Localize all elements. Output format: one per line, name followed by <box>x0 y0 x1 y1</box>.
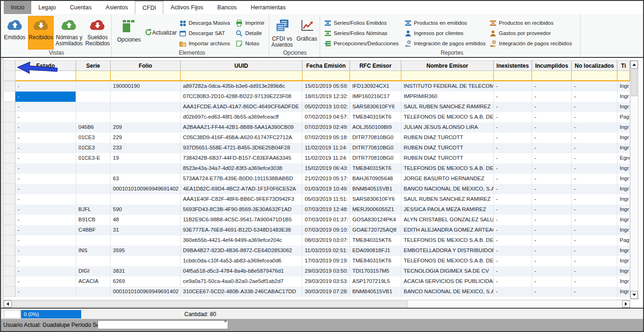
grid-cell-folio[interactable]: 209 <box>111 122 181 133</box>
grid-cell-fecha_emision[interactable]: 17/03/2019 09:19: <box>302 256 350 266</box>
grid-cell-serie[interactable]: INS <box>76 246 111 256</box>
grid-cell-fecha_emision[interactable]: 29/03/2019 03:50: <box>302 266 350 276</box>
filter-cell-nombre_emisor[interactable] <box>401 71 494 81</box>
row-selector[interactable] <box>4 102 15 112</box>
grid-cell-serie[interactable] <box>76 184 111 194</box>
tab-activos-fijos[interactable]: Activos Fijos <box>163 1 210 14</box>
grid-cell-rfc_emisor[interactable]: TDI1703157M5 <box>350 266 401 276</box>
grid-cell-rfc_emisor[interactable]: GOAE720725AQ8 <box>350 225 401 235</box>
grid-cell-no_localizados[interactable]: - <box>572 276 617 287</box>
grid-cell-uuid[interactable]: D9BA4B27-923D-4B36-8872-CE64D2853062 <box>181 246 302 256</box>
series-folios-emitidos-button[interactable]: Series/Folios Emitidos <box>324 18 404 28</box>
row-selector[interactable] <box>4 112 15 122</box>
grid-cell-serie[interactable] <box>76 102 111 112</box>
grid-cell-fecha_emision[interactable]: 15/01/2019 05:59: <box>302 81 350 92</box>
grid-cell-serie[interactable]: DIGI <box>76 266 111 276</box>
grid-cell-fecha_emision[interactable]: 07/03/2019 09:10: <box>302 225 350 235</box>
actualizar-button[interactable]: Actualizar <box>143 16 179 49</box>
grid-cell-incumplidos[interactable]: - <box>532 153 572 163</box>
grid-cell-fecha_emision[interactable]: 07/03/2019 12:48: <box>302 205 350 215</box>
opciones-button[interactable]: Opciones <box>116 16 142 49</box>
grid-cell-incumplidos[interactable]: - <box>532 205 572 215</box>
grid-cell-folio[interactable]: 190000190 <box>111 81 181 92</box>
horizontal-scrollbar[interactable] <box>4 300 630 308</box>
grid-cell-uuid[interactable]: C05C38D9-416F-45BA-A620-61747FC2712A <box>181 133 302 143</box>
grid-cell-estado[interactable]: - <box>15 92 76 102</box>
grid-cell-tipo[interactable]: Ingr <box>617 81 630 92</box>
importar-archivos-button[interactable]: Importar archivos <box>179 38 235 49</box>
filter-cell-rfc_emisor[interactable] <box>350 71 401 81</box>
grid-cell-inexistentes[interactable]: - <box>494 184 532 194</box>
grid-cell-uuid[interactable]: 937D5651-558E-4721-B455-3D6E25B04F28 <box>181 143 302 153</box>
grid-cell-nombre_emisor[interactable]: ALYN CRISTABEL GONZALEZ SALUD <box>401 215 494 225</box>
grid-cell-rfc_emisor[interactable]: DITR770810BG0 <box>350 133 401 143</box>
grid-cell-nombre_emisor[interactable]: JULIAN JESUS ALONSO LIRA <box>401 122 494 133</box>
grid-cell-tipo[interactable]: Ingr <box>617 174 630 184</box>
grid-cell-serie[interactable] <box>76 81 111 92</box>
grid-cell-incumplidos[interactable]: - <box>532 266 572 276</box>
grid-cell-folio[interactable] <box>111 256 181 266</box>
grid-cell-uuid[interactable]: a897282a-0dca-435b-b3e6-dd913e289b8c <box>181 81 302 92</box>
grid-cell-fecha_emision[interactable]: 18/01/2019 12:32: <box>302 92 350 102</box>
grid-cell-inexistentes[interactable]: - <box>494 246 532 256</box>
row-selector[interactable] <box>4 235 15 246</box>
grid-cell-no_localizados[interactable]: - <box>572 153 617 163</box>
grid-cell-tipo[interactable]: Ingr <box>617 92 630 102</box>
grid-cell-uuid[interactable]: A2BAAA21-FF44-42B1-8B88-5AA1A390CB09 <box>181 122 302 133</box>
grid-cell-uuid[interactable]: 7384242B-6B37-44FD-B157-C83EFAA63345 <box>181 153 302 163</box>
grid-cell-tipo[interactable]: Pag <box>617 235 630 246</box>
grid-cell-uuid[interactable]: ce9a0a71-50ca-4aa0-82a0-2ae5df1ab2d7 <box>181 276 302 287</box>
grid-cell-uuid[interactable]: AAA1FCDE-A1AD-41A7-86DC-4649CF6ADFDE <box>181 102 302 112</box>
grid-cell-no_localizados[interactable]: - <box>572 92 617 102</box>
grid-cell-uuid[interactable]: 93E777EA-76E8-4691-B12D-5348D1483E38 <box>181 225 302 235</box>
grid-cell-tipo[interactable]: Ingr <box>617 287 630 297</box>
integracion-pagos-recibidos-button[interactable]: $ Integración de pagos recibidos <box>489 38 578 49</box>
row-selector[interactable] <box>4 287 15 297</box>
grid-cell-inexistentes[interactable]: - <box>494 112 532 122</box>
grid-cell-folio[interactable]: 229 <box>111 133 181 143</box>
grid-cell-nombre_emisor[interactable]: BANCO NACIONAL DE MEXICO, S.A. <box>401 184 494 194</box>
grid-cell-serie[interactable] <box>76 112 111 122</box>
column-header-no_localizados[interactable]: No localizados <box>572 60 617 71</box>
descargar-sat-button[interactable]: Descargar SAT <box>179 28 235 38</box>
grid-cell-incumplidos[interactable]: - <box>532 276 572 287</box>
grid-cell-inexistentes[interactable]: - <box>494 153 532 163</box>
percepciones-deducciones-button[interactable]: Percepciones/Deducciones <box>324 38 404 49</box>
grid-cell-inexistentes[interactable]: - <box>494 133 532 143</box>
grid-cell-nombre_emisor[interactable]: IMPRIMIR360 <box>401 92 494 102</box>
scroll-right-button[interactable] <box>622 300 630 308</box>
row-selector[interactable] <box>4 246 15 256</box>
grid-cell-serie[interactable] <box>76 287 111 297</box>
grid-cell-serie[interactable] <box>76 163 111 174</box>
grid-cell-fecha_emision[interactable]: 30/03/2019 07:28: <box>302 287 350 297</box>
grid-cell-estado[interactable]: - <box>15 143 76 153</box>
periodo-combobox[interactable] <box>98 320 228 329</box>
grid-cell-nombre_emisor[interactable]: SAUL RUBEN SANCHEZ RAMIREZ <box>401 194 494 205</box>
grid-cell-inexistentes[interactable]: - <box>494 102 532 112</box>
grid-cell-estado[interactable]: - <box>15 205 76 215</box>
grid-cell-inexistentes[interactable]: - <box>494 225 532 235</box>
grid-cell-fecha_emision[interactable]: 07/02/2019 04:57: <box>302 112 350 122</box>
grid-cell-tipo[interactable]: Ingr <box>617 102 630 112</box>
grid-cell-tipo[interactable]: Ingr <box>617 133 630 143</box>
grid-cell-serie[interactable]: 01CE3-E <box>76 153 111 163</box>
grid-cell-no_localizados[interactable]: - <box>572 246 617 256</box>
tab-asientos[interactable]: Asientos <box>98 1 135 14</box>
grid-cell-folio[interactable]: 6269 <box>111 276 181 287</box>
productos-recibidos-button[interactable]: Productos en recibidos <box>489 18 578 28</box>
grid-cell-rfc_emisor[interactable]: TME840315KT6 <box>350 163 401 174</box>
grid-cell-nombre_emisor[interactable]: JESSICA PAOLA MEZA RAMIREZ <box>401 205 494 215</box>
grid-cell-nombre_emisor[interactable]: TECNOLOGIA DIGIMEX SA DE CV <box>401 266 494 276</box>
row-selector[interactable] <box>4 256 15 266</box>
grid-cell-rfc_emisor[interactable]: IMP160216C17 <box>350 92 401 102</box>
grid-cell-fecha_emision[interactable]: 29/03/2019 03:53: <box>302 276 350 287</box>
grid-cell-incumplidos[interactable]: - <box>532 81 572 92</box>
grid-cell-serie[interactable] <box>76 194 111 205</box>
row-selector[interactable] <box>4 215 15 225</box>
grid-cell-folio[interactable]: 233 <box>111 143 181 153</box>
grid-cell-estado[interactable]: - <box>15 235 76 246</box>
grid-cell-inexistentes[interactable]: - <box>494 92 532 102</box>
grid-cell-uuid[interactable]: 573AA724-E77B-439E-B0D0-1911538BABBD <box>181 174 302 184</box>
grid-cell-uuid[interactable]: 8523e43a-34a7-4d02-83f3-a369efce3038 <box>181 163 302 174</box>
grid-cell-incumplidos[interactable]: - <box>532 133 572 143</box>
